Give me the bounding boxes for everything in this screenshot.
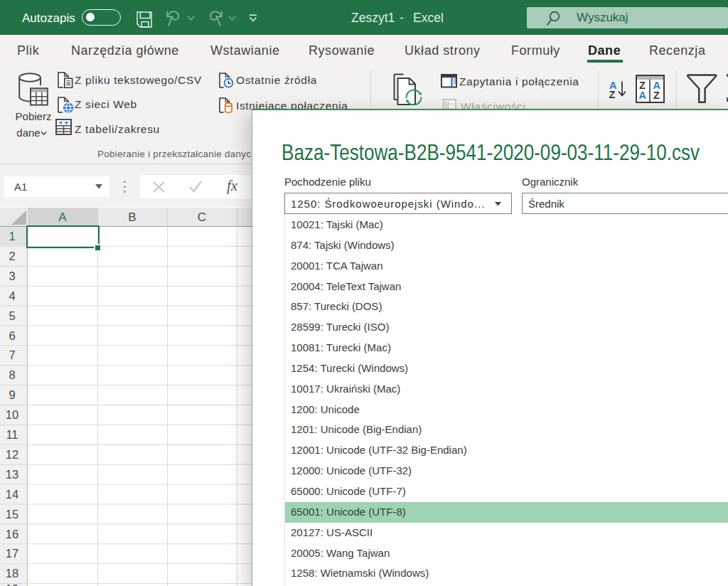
svg-text:A: A bbox=[639, 90, 647, 101]
svg-text:Z: Z bbox=[653, 90, 660, 101]
svg-text:Z: Z bbox=[609, 89, 616, 100]
